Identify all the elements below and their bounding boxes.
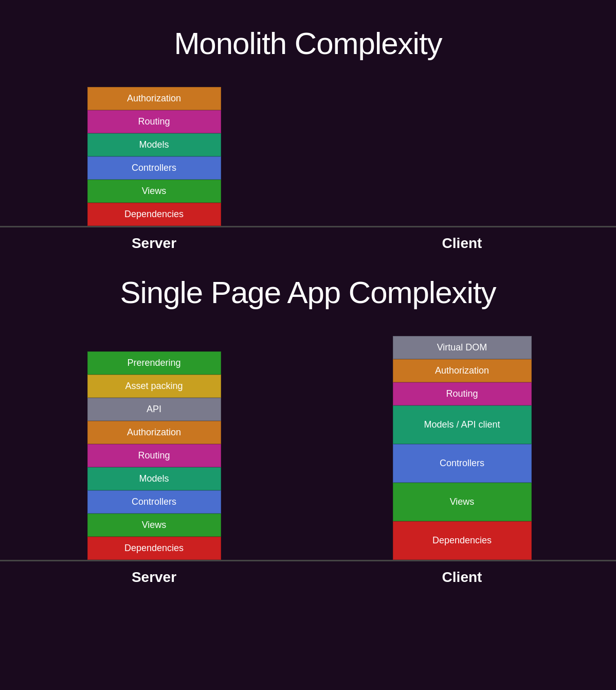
monolith-models: Models xyxy=(87,133,221,156)
spa-section: Single Page App Complexity Prerendering … xyxy=(0,259,616,593)
monolith-authorization: Authorization xyxy=(87,87,221,110)
spa-client-dependencies: Dependencies xyxy=(393,521,532,560)
spa-server-models: Models xyxy=(87,467,221,490)
spa-client-models-api: Models / API client xyxy=(393,405,532,444)
monolith-title: Monolith Complexity xyxy=(0,15,616,77)
spa-diagram: Prerendering Asset packing API Authoriza… xyxy=(0,326,616,560)
monolith-client-label: Client xyxy=(308,227,616,259)
monolith-section: Monolith Complexity Authorization Routin… xyxy=(0,0,616,259)
spa-client-routing: Routing xyxy=(393,382,532,405)
spa-prerendering: Prerendering xyxy=(87,351,221,375)
monolith-diagram: Authorization Routing Models Controllers… xyxy=(0,77,616,226)
spa-server-authorization: Authorization xyxy=(87,421,221,444)
spa-server-stack: Prerendering Asset packing API Authoriza… xyxy=(87,351,221,560)
spa-server-views: Views xyxy=(87,514,221,537)
spa-api: API xyxy=(87,398,221,421)
spa-client-authorization: Authorization xyxy=(393,359,532,382)
monolith-routing: Routing xyxy=(87,110,221,133)
spa-client-label: Client xyxy=(308,561,616,593)
spa-asset-packing: Asset packing xyxy=(87,375,221,398)
spa-client-half: Virtual DOM Authorization Routing Models… xyxy=(308,326,616,560)
spa-virtual-dom: Virtual DOM xyxy=(393,336,532,359)
spa-server-routing: Routing xyxy=(87,444,221,467)
spa-client-views: Views xyxy=(393,483,532,521)
spa-server-controllers: Controllers xyxy=(87,490,221,514)
spa-client-controllers: Controllers xyxy=(393,444,532,483)
spa-divider: Server Client xyxy=(0,560,616,593)
monolith-views: Views xyxy=(87,180,221,203)
monolith-divider: Server Client xyxy=(0,226,616,259)
spa-client-stack: Virtual DOM Authorization Routing Models… xyxy=(393,336,532,560)
monolith-dependencies: Dependencies xyxy=(87,203,221,226)
monolith-client-half xyxy=(308,77,616,226)
monolith-controllers: Controllers xyxy=(87,156,221,180)
monolith-server-half: Authorization Routing Models Controllers… xyxy=(0,77,308,226)
monolith-server-stack: Authorization Routing Models Controllers… xyxy=(87,87,221,226)
spa-server-label: Server xyxy=(0,561,308,593)
monolith-server-label: Server xyxy=(0,227,308,259)
spa-title: Single Page App Complexity xyxy=(0,264,616,326)
spa-server-dependencies: Dependencies xyxy=(87,537,221,560)
spa-server-half: Prerendering Asset packing API Authoriza… xyxy=(0,326,308,560)
